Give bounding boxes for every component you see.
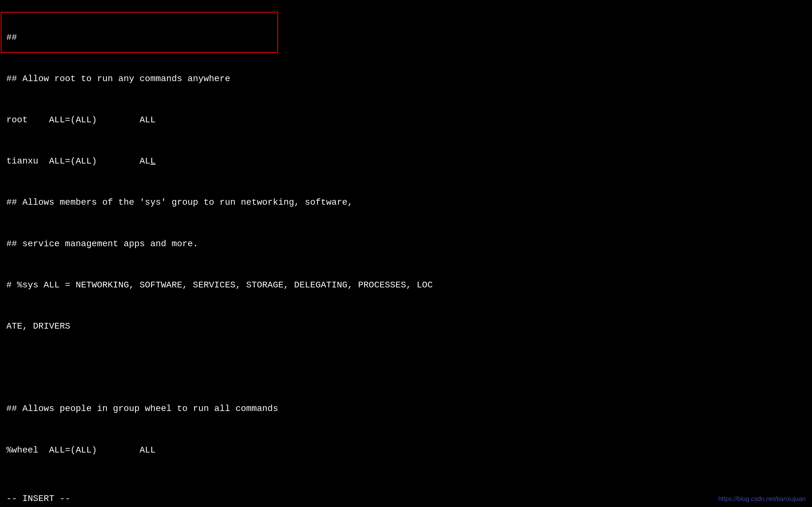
terminal-content: ## ## Allow root to run any commands any… <box>0 0 812 507</box>
line-5: ## Allows members of the 'sys' group to … <box>6 195 806 209</box>
line-2: ## Allow root to run any commands anywhe… <box>6 72 806 86</box>
line-3: root ALL=(ALL) ALL <box>6 113 806 127</box>
line-10: ## Allows people in group wheel to run a… <box>6 402 806 415</box>
insert-mode-label: -- INSERT -- <box>6 494 70 504</box>
underline-L: L <box>150 156 156 166</box>
line-6: ## service management apps and more. <box>6 237 806 250</box>
line-9 <box>6 360 806 374</box>
line-11: %wheel ALL=(ALL) ALL <box>6 443 806 457</box>
watermark: https://blog.csdn.net/tianxujuan <box>718 494 806 504</box>
line-7: # %sys ALL = NETWORKING, SOFTWARE, SERVI… <box>6 278 806 292</box>
line-8: ATE, DRIVERS <box>6 320 806 333</box>
line-1: ## <box>6 31 806 44</box>
line-4: tianxu ALL=(ALL) ALL <box>6 154 806 168</box>
status-bar: -- INSERT -- <box>0 490 812 507</box>
